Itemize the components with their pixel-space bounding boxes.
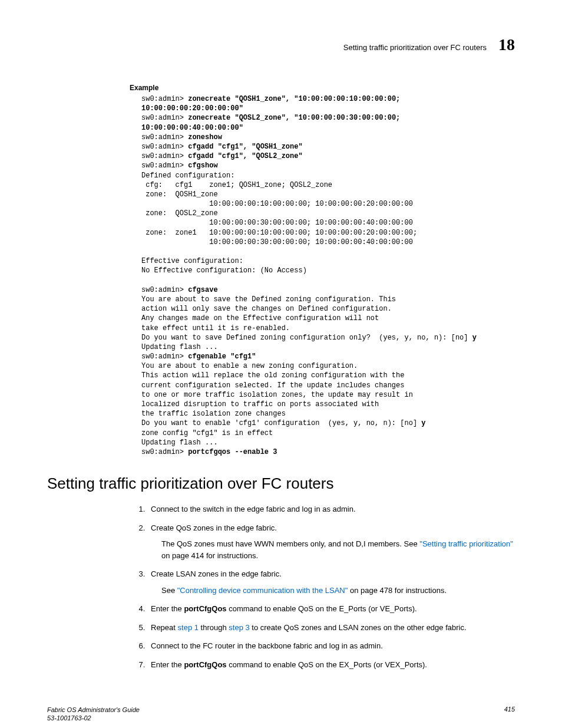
link-step3[interactable]: step 3 [229, 623, 249, 632]
text: command to enable QoS on the EX_Ports (o… [227, 660, 427, 669]
command-portcfgqos: portCfgQos [184, 660, 226, 669]
step-7: Enter the portCfgQos command to enable Q… [147, 659, 515, 671]
step-subtext: See "Controlling device communication wi… [161, 585, 515, 597]
text: on page 478 for instructions. [348, 586, 447, 595]
step-1: Connect to the switch in the edge fabric… [147, 503, 515, 515]
text: through [199, 623, 229, 632]
section-heading: Setting traffic prioritization over FC r… [47, 475, 515, 493]
step-text: Create QoS zones in the edge fabric. [151, 523, 277, 532]
steps-list: Connect to the switch in the edge fabric… [147, 503, 515, 670]
footer-left: Fabric OS Administrator's Guide 53-10017… [47, 706, 140, 723]
step-text: Connect to the switch in the edge fabric… [151, 505, 356, 513]
page-header: Setting traffic prioritization over FC r… [47, 35, 515, 54]
text: Enter the [151, 604, 184, 613]
footer-guide: Fabric OS Administrator's Guide [47, 706, 140, 713]
step-5: Repeat step 1 through step 3 to create Q… [147, 622, 515, 634]
step-subtext: The QoS zones must have WWN members only… [161, 538, 515, 561]
code-example: sw0:admin> zonecreate "QOSH1_zone", "10:… [141, 94, 515, 457]
footer-page: 415 [504, 706, 515, 723]
text: Repeat [151, 623, 178, 632]
step-3: Create LSAN zones in the edge fabric. Se… [147, 568, 515, 596]
text: See [161, 586, 177, 595]
footer-docnum: 53-1001763-02 [47, 714, 91, 722]
text: to create QoS zones and LSAN zones on th… [250, 623, 467, 632]
example-label: Example [130, 84, 515, 92]
header-title: Setting traffic prioritization over FC r… [343, 43, 487, 52]
step-2: Create QoS zones in the edge fabric. The… [147, 522, 515, 562]
step-6: Connect to the FC router in the backbone… [147, 640, 515, 652]
text: on page 414 for instructions. [161, 551, 258, 560]
step-text: Create LSAN zones in the edge fabric. [151, 569, 282, 578]
link-controlling-lsan[interactable]: "Controlling device communication with t… [177, 586, 348, 595]
text: The QoS zones must have WWN members only… [161, 539, 419, 548]
link-step1[interactable]: step 1 [178, 623, 199, 632]
page-footer: Fabric OS Administrator's Guide 53-10017… [47, 706, 515, 723]
command-portcfgqos: portCfgQos [184, 604, 226, 613]
step-text: Connect to the FC router in the backbone… [151, 641, 383, 650]
text: Enter the [151, 660, 184, 669]
step-4: Enter the portCfgQos command to enable Q… [147, 603, 515, 615]
chapter-number: 18 [498, 35, 515, 54]
link-setting-traffic[interactable]: "Setting traffic prioritization" [419, 539, 513, 548]
text: command to enable QoS on the E_Ports (or… [227, 604, 417, 613]
